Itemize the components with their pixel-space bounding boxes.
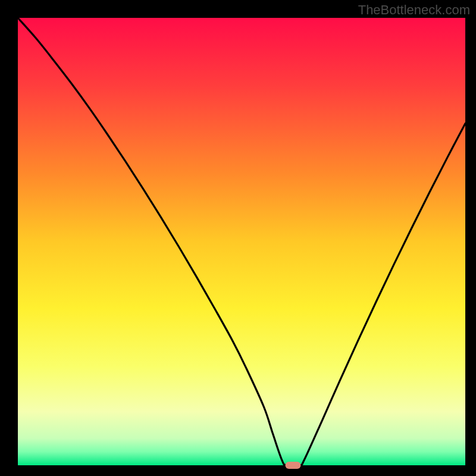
bottleneck-chart bbox=[0, 0, 476, 476]
gradient-background bbox=[18, 18, 465, 465]
chart-container: TheBottleneck.com bbox=[0, 0, 476, 476]
optimal-marker bbox=[285, 462, 300, 469]
watermark-text: TheBottleneck.com bbox=[358, 2, 470, 18]
